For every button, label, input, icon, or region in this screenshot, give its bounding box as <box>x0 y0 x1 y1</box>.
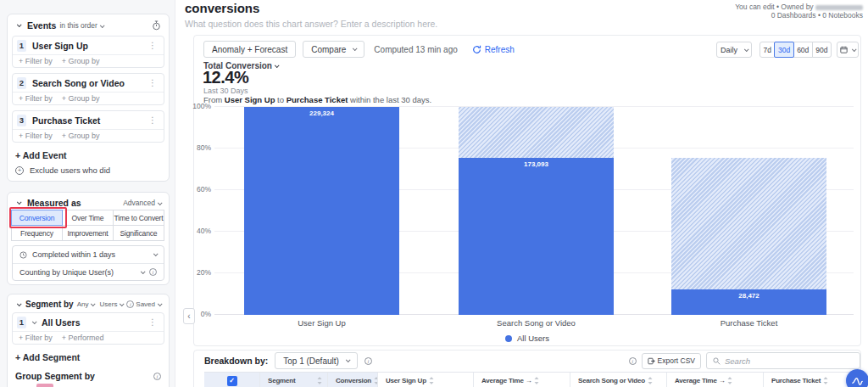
exclude-users-button[interactable]: + Exclude users who did <box>8 162 169 175</box>
mode-over-time[interactable]: Over Time <box>62 210 114 226</box>
measured-as-panel: Measured as Advanced Conversion Over Tim… <box>7 192 170 285</box>
event-name[interactable]: User Sign Up <box>32 41 148 51</box>
collapse-sidebar-button[interactable]: ‹ <box>183 308 195 324</box>
events-order-dropdown[interactable]: in this order <box>59 21 103 30</box>
info-icon[interactable]: i <box>153 373 161 380</box>
calendar-dropdown[interactable] <box>837 42 859 58</box>
ai-assistant-icon <box>851 374 864 387</box>
group-by-link[interactable]: + Group by <box>62 132 100 140</box>
chart-legend[interactable]: All Users <box>194 334 860 343</box>
x-axis-label: User Sign Up <box>210 318 433 328</box>
segment-any-dropdown[interactable]: Any <box>77 300 95 308</box>
export-csv-button[interactable]: Export CSV <box>642 353 701 369</box>
event-row[interactable]: 3 Purchase Ticket ⋮ <box>13 111 164 129</box>
sort-icon[interactable] <box>429 377 434 384</box>
info-icon[interactable]: i <box>126 300 134 308</box>
event-row[interactable]: 1 User Sign Up ⋮ <box>13 36 164 54</box>
segment-name[interactable]: All Users <box>42 317 148 328</box>
event-name[interactable]: Search Song or Video <box>32 78 148 88</box>
event-number: 2 <box>17 77 26 89</box>
event-menu-icon[interactable]: ⋮ <box>148 41 159 50</box>
funnel-description: From User Sign Up to Purchase Ticket wit… <box>203 95 431 104</box>
mode-time-to-convert[interactable]: Time to Convert <box>113 210 164 226</box>
mode-frequency[interactable]: Frequency <box>11 225 63 241</box>
range-60d[interactable]: 60d <box>793 42 813 58</box>
dropoff-hatch <box>459 107 614 158</box>
segment-number: 1 <box>17 317 26 328</box>
col-average-time-1[interactable]: Average Time → <box>474 373 570 387</box>
sort-icon[interactable] <box>727 377 732 384</box>
event-number: 1 <box>17 40 26 52</box>
calendar-icon <box>840 46 848 53</box>
holdout-timer-icon[interactable] <box>152 20 161 31</box>
sort-icon[interactable] <box>317 377 322 384</box>
info-icon[interactable]: i <box>149 268 157 276</box>
col-conversion[interactable]: Conversion <box>328 373 378 387</box>
breakdown-dropdown[interactable]: Top 1 (Default) <box>275 352 358 369</box>
add-segment-button[interactable]: + Add Segment <box>8 350 169 364</box>
completed-within-dropdown[interactable]: Completed within 1 days <box>13 246 164 263</box>
funnel-bar-2[interactable]: 173,093Search Song or Video <box>459 107 614 315</box>
range-30d[interactable]: 30d <box>774 42 793 58</box>
page-title[interactable]: conversions <box>185 1 259 15</box>
sort-icon[interactable] <box>823 377 828 384</box>
sort-icon[interactable] <box>534 377 539 384</box>
sort-icon[interactable] <box>648 377 653 384</box>
mode-conversion[interactable]: Conversion <box>11 210 63 226</box>
filter-by-link[interactable]: + Filter by <box>19 57 53 65</box>
dashboards-notebooks-count: 0 Dashboards • 0 Notebooks <box>735 11 863 20</box>
group-segment-chip[interactable] <box>36 384 53 387</box>
mode-significance[interactable]: Significance <box>113 225 164 241</box>
info-icon[interactable]: i <box>629 357 637 365</box>
info-icon[interactable]: i <box>364 357 372 365</box>
chart-toolbar: Anomaly + Forecast Compare Computed 13 m… <box>203 41 515 58</box>
converted-bar[interactable]: 173,093 <box>459 158 614 315</box>
refresh-icon <box>472 45 481 54</box>
funnel-bar-3[interactable]: 28,472Purchase Ticket <box>671 107 826 315</box>
segment-users-dropdown[interactable]: Users <box>99 300 123 308</box>
segment-saved-dropdown[interactable]: Saved <box>136 300 161 308</box>
search-input[interactable]: Search <box>706 352 860 369</box>
collapse-segment-icon[interactable] <box>17 301 22 306</box>
converted-bar[interactable]: 229,324 <box>244 107 399 315</box>
col-user-sign-up[interactable]: User Sign Up <box>378 373 474 387</box>
group-by-link[interactable]: + Group by <box>62 94 100 103</box>
segment-menu-icon[interactable]: ⋮ <box>148 317 159 327</box>
add-event-button[interactable]: + Add Event <box>8 148 169 162</box>
period-label: Last 30 Days <box>203 87 248 95</box>
collapse-events-icon[interactable] <box>17 22 22 27</box>
performed-link[interactable]: + Performed <box>62 334 104 342</box>
segment-expand-icon[interactable] <box>32 319 37 324</box>
range-7d[interactable]: 7d <box>760 42 775 58</box>
event-menu-icon[interactable]: ⋮ <box>148 78 159 87</box>
ai-assistant-button[interactable] <box>846 369 868 387</box>
col-search-song[interactable]: Search Song or Video <box>570 373 667 387</box>
filter-by-link[interactable]: + Filter by <box>19 334 53 342</box>
segment-by-panel: Segment by Any Users i Saved 1 All Users… <box>7 294 170 387</box>
compare-button[interactable]: Compare <box>303 41 364 58</box>
select-all-checkbox[interactable]: ✓ <box>227 376 237 386</box>
y-axis-label: 100% <box>192 102 211 110</box>
advanced-dropdown[interactable]: Advanced <box>123 199 161 207</box>
converted-bar[interactable]: 28,472 <box>671 289 826 315</box>
counting-by-dropdown[interactable]: Counting by Unique User(s) i <box>13 263 164 280</box>
clock-icon <box>19 251 27 259</box>
col-average-time-2[interactable]: Average Time → <box>667 373 764 387</box>
funnel-bar-1[interactable]: 229,324User Sign Up <box>244 107 399 315</box>
refresh-button[interactable]: Refresh <box>472 45 515 54</box>
filter-by-link[interactable]: + Filter by <box>19 94 53 103</box>
event-name[interactable]: Purchase Ticket <box>32 115 148 126</box>
event-menu-icon[interactable]: ⋮ <box>148 115 159 125</box>
collapse-measured-icon[interactable] <box>17 199 22 205</box>
mode-improvement[interactable]: Improvement <box>62 225 114 241</box>
filter-by-link[interactable]: + Filter by <box>19 132 53 140</box>
event-row[interactable]: 2 Search Song or Video ⋮ <box>13 74 164 92</box>
col-segment[interactable]: Segment <box>260 373 328 387</box>
anomaly-forecast-button[interactable]: Anomaly + Forecast <box>203 41 296 58</box>
page-description-placeholder[interactable]: What question does this chart answer? En… <box>185 19 437 29</box>
range-90d[interactable]: 90d <box>812 42 832 58</box>
event-number: 3 <box>17 115 26 126</box>
segment-row[interactable]: 1 All Users ⋮ <box>13 313 164 331</box>
group-by-link[interactable]: + Group by <box>62 57 100 65</box>
interval-dropdown[interactable]: Daily <box>716 42 752 58</box>
